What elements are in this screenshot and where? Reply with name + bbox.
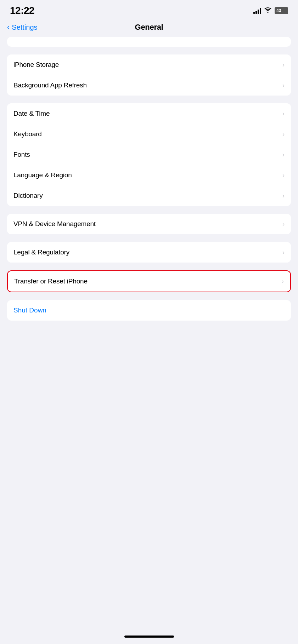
legal-regulatory-item[interactable]: Legal & Regulatory › (7, 242, 291, 263)
partial-top-section (7, 37, 291, 47)
chevron-right-icon: › (282, 110, 285, 117)
status-time: 12:22 (10, 5, 34, 16)
chevron-right-icon: › (282, 249, 285, 256)
status-icons: 43 (253, 7, 288, 15)
background-app-refresh-item[interactable]: Background App Refresh › (7, 75, 291, 96)
language-region-label: Language & Region (13, 171, 72, 179)
transfer-reset-iphone-label: Transfer or Reset iPhone (14, 277, 88, 285)
shut-down-item[interactable]: Shut Down (7, 300, 291, 321)
signal-icon (253, 7, 261, 14)
chevron-right-icon: › (282, 192, 285, 200)
legal-regulatory-label: Legal & Regulatory (13, 248, 69, 256)
legal-section-group: Legal & Regulatory › (7, 242, 291, 263)
wifi-icon (264, 7, 272, 15)
shutdown-section-group: Shut Down (7, 300, 291, 321)
battery-level: 43 (276, 8, 281, 13)
chevron-right-icon: › (282, 151, 285, 159)
language-region-item[interactable]: Language & Region › (7, 165, 291, 185)
chevron-right-icon: › (282, 172, 285, 179)
vpn-section-group: VPN & Device Management › (7, 214, 291, 234)
datetime-section-group: Date & Time › Keyboard › Fonts › Languag… (7, 103, 291, 206)
back-chevron-icon: ‹ (7, 23, 10, 32)
home-indicator (124, 636, 174, 638)
fonts-label: Fonts (13, 151, 30, 159)
transfer-reset-iphone-item[interactable]: Transfer or Reset iPhone › (8, 271, 290, 292)
keyboard-item[interactable]: Keyboard › (7, 124, 291, 144)
transfer-reset-section-group: Transfer or Reset iPhone › (7, 270, 291, 292)
background-app-refresh-label: Background App Refresh (13, 81, 87, 89)
chevron-right-icon: › (282, 61, 285, 69)
chevron-right-icon: › (282, 220, 285, 228)
dictionary-label: Dictionary (13, 192, 43, 200)
iphone-storage-label: iPhone Storage (13, 61, 59, 69)
chevron-right-icon: › (282, 131, 285, 138)
content-area: iPhone Storage › Background App Refresh … (0, 37, 298, 321)
back-button[interactable]: ‹ Settings (7, 23, 38, 32)
iphone-storage-item[interactable]: iPhone Storage › (7, 54, 291, 75)
date-time-item[interactable]: Date & Time › (7, 103, 291, 124)
battery-icon: 43 (275, 7, 288, 14)
fonts-item[interactable]: Fonts › (7, 144, 291, 165)
navigation-bar: ‹ Settings General (0, 19, 298, 37)
back-label: Settings (12, 23, 37, 31)
date-time-label: Date & Time (13, 110, 50, 117)
dictionary-item[interactable]: Dictionary › (7, 185, 291, 206)
keyboard-label: Keyboard (13, 130, 42, 138)
shut-down-label: Shut Down (13, 306, 46, 314)
vpn-device-management-item[interactable]: VPN & Device Management › (7, 214, 291, 234)
chevron-right-icon: › (282, 278, 284, 285)
chevron-right-icon: › (282, 82, 285, 89)
vpn-device-management-label: VPN & Device Management (13, 220, 96, 228)
page-title: General (135, 23, 163, 32)
status-bar: 12:22 43 (0, 0, 298, 19)
storage-section-group: iPhone Storage › Background App Refresh … (7, 54, 291, 96)
